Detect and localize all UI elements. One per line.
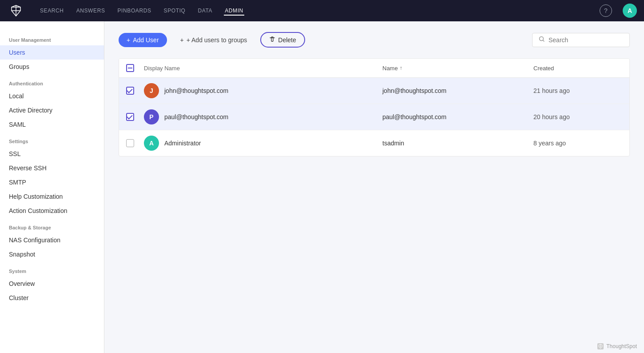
nav-data[interactable]: DATA — [197, 6, 214, 16]
plus-icon-2: + — [180, 36, 184, 44]
delete-label: Delete — [278, 36, 296, 44]
row-1-display-name: J john@thoughtspot.com — [144, 83, 382, 98]
trash-icon — [269, 36, 275, 44]
sidebar-section-backup: Backup & Storage — [0, 218, 104, 233]
col-header-name[interactable]: Name ↑ — [382, 65, 533, 72]
sidebar-item-users[interactable]: Users — [0, 45, 104, 60]
add-to-groups-label: + Add users to groups — [187, 36, 247, 44]
plus-icon: + — [127, 36, 130, 44]
sidebar-section-settings: Settings — [0, 132, 104, 147]
row-3-display-name: A Administrator — [144, 136, 382, 151]
help-icon: ? — [604, 7, 608, 14]
search-input[interactable] — [549, 36, 623, 44]
row-1-created: 21 hours ago — [533, 87, 622, 94]
topnav: SEARCH ANSWERS PINBOARDS SPOTIQ DATA ADM… — [0, 0, 644, 21]
footer-brand-label: ThoughtSpot — [606, 343, 637, 349]
table-row[interactable]: J john@thoughtspot.com john@thoughtspot.… — [119, 78, 629, 104]
sidebar-item-cluster[interactable]: Cluster — [0, 291, 104, 305]
select-all-checkbox[interactable] — [126, 64, 134, 72]
row-1-checkbox-cell[interactable] — [126, 87, 144, 95]
help-button[interactable]: ? — [600, 4, 612, 17]
sidebar: User Management Users Groups Authenticat… — [0, 21, 104, 353]
search-icon — [539, 36, 545, 44]
table-row[interactable]: A Administrator tsadmin 8 years ago — [119, 130, 629, 156]
sidebar-item-ssl[interactable]: SSL — [0, 147, 104, 161]
sidebar-item-snapshot[interactable]: Snapshot — [0, 247, 104, 261]
sort-arrow-icon: ↑ — [400, 65, 402, 71]
row-2-checkbox-cell[interactable] — [126, 113, 144, 121]
row-3-checkbox[interactable] — [126, 139, 134, 147]
sidebar-item-smtp[interactable]: SMTP — [0, 175, 104, 189]
user-avatar[interactable]: A — [623, 4, 637, 18]
sidebar-section-system: System — [0, 261, 104, 277]
header-checkbox-cell[interactable] — [126, 64, 144, 72]
col-header-created: Created — [533, 65, 622, 72]
search-box[interactable] — [532, 33, 630, 47]
row-1-avatar: J — [144, 83, 159, 98]
add-to-groups-button[interactable]: + + Add users to groups — [172, 33, 255, 47]
row-3-avatar: A — [144, 136, 159, 151]
row-2-checkbox[interactable] — [126, 113, 134, 121]
sidebar-item-saml[interactable]: SAML — [0, 117, 104, 132]
nav-search[interactable]: SEARCH — [39, 6, 65, 16]
main-layout: User Management Users Groups Authenticat… — [0, 21, 644, 353]
sidebar-section-user-management: User Management — [0, 30, 104, 45]
table-row[interactable]: P paul@thoughtspot.com paul@thoughtspot.… — [119, 104, 629, 130]
sidebar-item-help-customization[interactable]: Help Customization — [0, 189, 104, 204]
sidebar-item-overview[interactable]: Overview — [0, 277, 104, 291]
row-2-name: paul@thoughtspot.com — [382, 113, 533, 120]
col-header-display-name: Display Name — [144, 65, 382, 72]
nav-spotiq[interactable]: SPOTIQ — [163, 6, 187, 16]
users-table: Display Name Name ↑ Created J john@thoug… — [119, 58, 630, 156]
logo[interactable] — [7, 2, 25, 20]
footer: ThoughtSpot — [590, 340, 644, 353]
nav-admin[interactable]: ADMIN — [224, 6, 244, 16]
sidebar-item-groups[interactable]: Groups — [0, 60, 104, 74]
row-3-name: tsadmin — [382, 140, 533, 147]
sidebar-section-authentication: Authentication — [0, 74, 104, 89]
toolbar: + Add User + + Add users to groups Delet… — [119, 32, 630, 48]
sidebar-item-action-customization[interactable]: Action Customization — [0, 204, 104, 218]
nav-pinboards[interactable]: PINBOARDS — [117, 6, 152, 16]
row-2-display-name: P paul@thoughtspot.com — [144, 109, 382, 124]
sidebar-item-active-directory[interactable]: Active Directory — [0, 103, 104, 117]
row-2-avatar: P — [144, 109, 159, 124]
row-3-created: 8 years ago — [533, 140, 622, 147]
delete-button[interactable]: Delete — [260, 32, 305, 48]
sidebar-item-reverse-ssh[interactable]: Reverse SSH — [0, 161, 104, 175]
row-2-created: 20 hours ago — [533, 113, 622, 120]
main-content: + Add User + + Add users to groups Delet… — [104, 21, 644, 353]
table-header: Display Name Name ↑ Created — [119, 59, 629, 78]
row-1-name: john@thoughtspot.com — [382, 87, 533, 94]
footer-logo-icon — [597, 343, 604, 349]
row-1-checkbox[interactable] — [126, 87, 134, 95]
add-user-label: Add User — [133, 36, 159, 44]
sidebar-item-local[interactable]: Local — [0, 89, 104, 103]
add-user-button[interactable]: + Add User — [119, 33, 167, 47]
sidebar-item-nas-configuration[interactable]: NAS Configuration — [0, 233, 104, 247]
row-3-checkbox-cell[interactable] — [126, 139, 144, 147]
nav-answers[interactable]: ANSWERS — [76, 6, 106, 16]
